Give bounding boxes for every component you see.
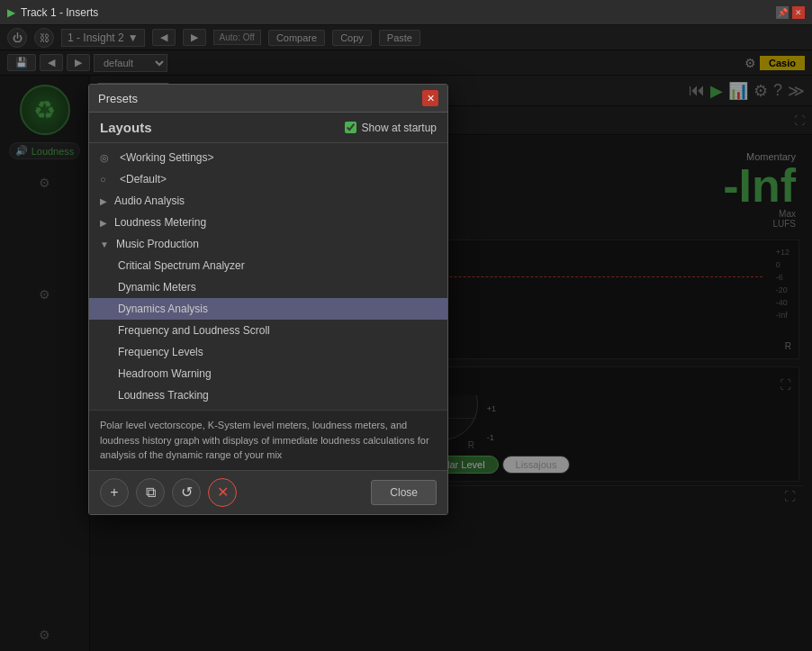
list-item-dynamics-analysis[interactable]: Dynamics Analysis [89, 298, 447, 320]
list-item-critical-spectrum[interactable]: Critical Spectrum Analyzer [89, 255, 447, 276]
show-at-startup-checkbox[interactable] [345, 122, 356, 133]
title-bar: ▶ Track 1 - Inserts 📌 ✕ [0, 0, 812, 25]
audio-analysis-arrow: ▶ [100, 196, 107, 206]
list-item-loudness-tracking[interactable]: Loudness Tracking [89, 384, 447, 406]
show-at-startup-label[interactable]: Show at startup [345, 122, 437, 134]
title-bar-controls: 📌 ✕ [776, 6, 805, 19]
modal-footer: + ⧉ ↺ ✕ Close [89, 470, 447, 514]
modal-close-button[interactable]: ✕ [422, 90, 438, 106]
list-item-frequency-levels[interactable]: Frequency Levels [89, 341, 447, 363]
list-item-frequency-loudness-scroll[interactable]: Frequency and Loudness Scroll [89, 320, 447, 341]
presets-modal: Presets ✕ Layouts Show at startup ◎ <Wor… [88, 84, 448, 515]
title-close-button[interactable]: ✕ [792, 6, 805, 19]
list-item-loudness-metering[interactable]: ▶ Loudness Metering [89, 212, 447, 233]
refresh-preset-button[interactable]: ↺ [172, 478, 201, 507]
title-bar-text: Track 1 - Inserts [21, 6, 98, 19]
list-item-default[interactable]: ○ <Default> [89, 168, 447, 190]
duplicate-preset-button[interactable]: ⧉ [136, 478, 165, 507]
add-preset-button[interactable]: + [100, 478, 129, 507]
title-bar-icon: ▶ [7, 6, 15, 19]
layouts-title: Layouts [100, 120, 152, 135]
list-item-dynamic-meters[interactable]: Dynamic Meters [89, 276, 447, 298]
modal-subheader: Layouts Show at startup [89, 113, 447, 143]
default-icon: ○ [100, 174, 113, 185]
loudness-metering-arrow: ▶ [100, 218, 107, 228]
music-production-arrow: ▼ [100, 240, 109, 249]
list-item-music-production[interactable]: ▼ Music Production [89, 233, 447, 255]
presets-list: ◎ <Working Settings> ○ <Default> ▶ Audio… [89, 143, 447, 410]
close-modal-button[interactable]: Close [371, 480, 437, 505]
list-item-working-settings[interactable]: ◎ <Working Settings> [89, 147, 447, 168]
modal-header: Presets ✕ [89, 85, 447, 113]
modal-title: Presets [98, 92, 138, 105]
working-settings-icon: ◎ [100, 152, 113, 164]
delete-preset-button[interactable]: ✕ [208, 478, 237, 507]
list-item-audio-analysis[interactable]: ▶ Audio Analysis [89, 190, 447, 212]
list-item-headroom-warning[interactable]: Headroom Warning [89, 363, 447, 384]
app-container: ⏻ ⛓ 1 - Insight 2 ▼ ◀ ▶ Auto: Off Compar… [0, 25, 812, 651]
pin-button[interactable]: 📌 [776, 6, 789, 19]
description-box: Polar level vectorscope, K-System level … [89, 410, 447, 470]
